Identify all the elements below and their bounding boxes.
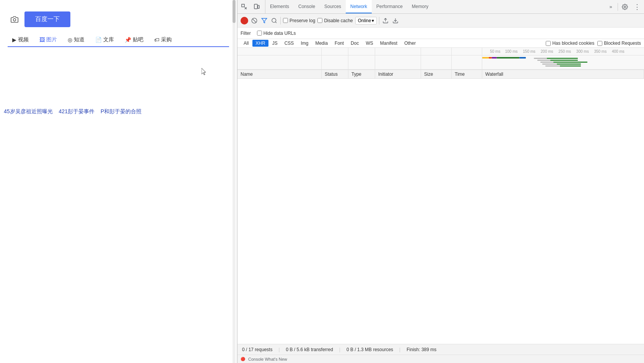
tab-performance[interactable]: Performance	[372, 0, 407, 13]
tab-tieba[interactable]: 📌 贴吧	[120, 33, 148, 47]
filter-tab-xhr[interactable]: XHR	[252, 40, 268, 47]
filter-tab-other[interactable]: Other	[401, 40, 419, 47]
waterfall-bar-green-1	[547, 58, 577, 59]
devtools-icon-area	[239, 0, 265, 13]
blocked-requests-label[interactable]: Blocked Requests	[604, 41, 641, 46]
blocked-cookies-label[interactable]: Has blocked cookies	[552, 41, 594, 46]
disable-cache-label[interactable]: Disable cache	[324, 18, 353, 23]
inspect-element-icon[interactable]	[239, 2, 250, 12]
timeline-label-150ms: 150 ms	[523, 49, 535, 54]
requests-count: 0 / 17 requests	[242, 347, 272, 352]
video-icon: ▶	[12, 37, 16, 43]
clear-button[interactable]	[250, 17, 258, 24]
tab-console[interactable]: Console	[294, 0, 320, 13]
filter-button[interactable]	[260, 17, 268, 24]
waterfall-bar-2	[489, 57, 492, 59]
th-type[interactable]: Type	[348, 70, 375, 78]
console-bar-label[interactable]: Console What's New	[248, 357, 287, 361]
more-tabs-button[interactable]: »	[605, 2, 616, 12]
filter-tab-css[interactable]: CSS	[281, 40, 297, 47]
tab-video[interactable]: ▶ 视频	[8, 33, 33, 47]
disable-cache-group: Disable cache	[317, 18, 353, 23]
filter-tab-doc[interactable]: Doc	[348, 40, 362, 47]
tab-memory[interactable]: Memory	[407, 0, 433, 13]
waterfall-bar-green-4	[557, 63, 581, 65]
preserve-log-label[interactable]: Preserve log	[289, 18, 315, 23]
timeline-label-300ms: 300 ms	[576, 49, 589, 54]
network-table[interactable]: Name Status Type Initiator Size Time Wat…	[237, 70, 644, 344]
waterfall-bar-1	[482, 57, 489, 59]
browser-page: 百度一下 ▶ 视频 🖼 图片 ◎ 知道 📄 文库 📌 贴吧 🏷 采购 45岁吴	[0, 0, 237, 363]
cursor	[202, 68, 207, 76]
camera-icon-btn[interactable]	[8, 13, 21, 26]
resources-size: 0 B / 1.3 MB resources	[346, 347, 393, 352]
filter-tab-manifest[interactable]: Manifest	[377, 40, 400, 47]
waterfall-bar-green-3	[553, 62, 587, 63]
caigou-icon: 🏷	[154, 37, 159, 43]
th-name[interactable]: Name	[237, 70, 322, 78]
tab-images[interactable]: 🖼 图片	[35, 33, 62, 47]
more-options-button[interactable]: ⋮	[632, 2, 642, 12]
tab-caigou-label: 采购	[161, 36, 172, 43]
timeline-header: 50 ms 100 ms 150 ms 200 ms 250 ms 300 ms…	[237, 48, 644, 55]
suggestion-1[interactable]: 45岁吴彦祖近照曝光	[4, 108, 53, 115]
filter-tab-img[interactable]: Img	[298, 40, 311, 47]
blocked-requests-checkbox[interactable]	[597, 41, 602, 46]
throttling-dropdown-icon: ▾	[372, 18, 374, 23]
nav-tabs: ▶ 视频 🖼 图片 ◎ 知道 📄 文库 📌 贴吧 🏷 采购	[8, 33, 229, 47]
import-har-button[interactable]	[382, 17, 389, 24]
filter-tab-all[interactable]: All	[241, 40, 252, 47]
filter-tab-font[interactable]: Font	[332, 40, 347, 47]
filter-tab-js[interactable]: JS	[269, 40, 281, 47]
hide-data-urls-checkbox[interactable]	[257, 31, 262, 36]
console-icon: 🔴	[241, 357, 245, 361]
network-toolbar: Preserve log Disable cache Online ▾	[237, 14, 644, 28]
export-har-button[interactable]	[392, 17, 399, 24]
record-button[interactable]	[241, 17, 248, 24]
suggestion-2[interactable]: 421彭于晏事件	[59, 108, 94, 115]
console-bar: 🔴 Console What's New	[237, 355, 644, 363]
svg-rect-2	[254, 4, 257, 9]
table-body	[237, 79, 644, 270]
svg-point-8	[272, 18, 276, 23]
tab-wenku-label: 文库	[103, 36, 114, 43]
device-toolbar-icon[interactable]	[251, 2, 262, 12]
search-button[interactable]	[270, 17, 278, 24]
tab-network[interactable]: Network	[346, 0, 372, 13]
preserve-log-checkbox[interactable]	[283, 18, 288, 23]
tab-zhidao-label: 知道	[74, 36, 85, 43]
devtools-tabs-right: » ⋮	[602, 2, 642, 12]
waterfall-bar-green-5	[560, 65, 581, 67]
tab-caigou[interactable]: 🏷 采购	[150, 33, 176, 47]
devtools-tab-bar: Elements Console Sources Network Perform…	[237, 0, 644, 14]
wenku-icon: 📄	[95, 37, 102, 43]
th-waterfall[interactable]: Waterfall	[482, 70, 644, 78]
svg-line-6	[252, 19, 256, 22]
tab-sources[interactable]: Sources	[320, 0, 346, 13]
disable-cache-checkbox[interactable]	[317, 18, 322, 23]
tab-wenku[interactable]: 📄 文库	[91, 33, 119, 47]
blocked-cookies-checkbox[interactable]	[546, 41, 551, 46]
th-status[interactable]: Status	[322, 70, 348, 78]
th-size[interactable]: Size	[421, 70, 452, 78]
waterfall-bar-3	[492, 57, 497, 59]
waterfall-bar-4	[497, 57, 519, 59]
filter-label: Filter	[241, 31, 254, 36]
transferred-size: 0 B / 5.6 kB transferred	[286, 347, 333, 352]
timeline-label-200ms: 200 ms	[541, 49, 553, 54]
svg-line-9	[275, 22, 276, 23]
tab-images-label: 图片	[46, 36, 57, 43]
tab-tieba-label: 贴吧	[133, 36, 143, 43]
finish-time: Finish: 389 ms	[407, 347, 436, 352]
throttling-select[interactable]: Online ▾	[355, 17, 377, 24]
filter-tab-media[interactable]: Media	[312, 40, 331, 47]
th-time[interactable]: Time	[452, 70, 482, 78]
tab-zhidao[interactable]: ◎ 知道	[63, 33, 89, 47]
filter-tab-ws[interactable]: WS	[363, 40, 376, 47]
baidu-search-button[interactable]: 百度一下	[24, 11, 70, 27]
th-initiator[interactable]: Initiator	[375, 70, 421, 78]
hide-data-urls-label[interactable]: Hide data URLs	[263, 31, 296, 36]
suggestion-3[interactable]: P和彭于晏的合照	[101, 108, 141, 115]
tab-elements[interactable]: Elements	[265, 0, 294, 13]
settings-button[interactable]	[620, 2, 630, 12]
